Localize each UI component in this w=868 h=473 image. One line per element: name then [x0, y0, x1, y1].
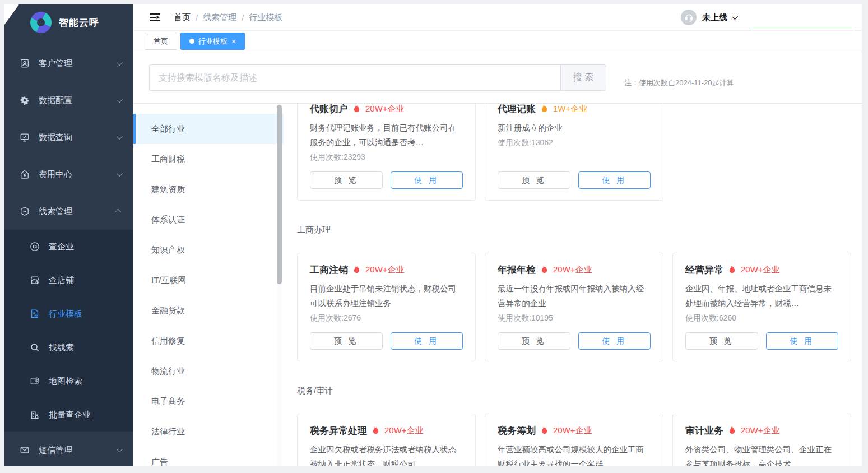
category-item[interactable]: 信用修复 — [133, 326, 284, 356]
category-item[interactable]: 体系认证 — [133, 205, 284, 235]
use-button[interactable]: 使 用 — [578, 332, 651, 350]
template-card: 代账切户 20W+企业 财务代理记账业务，目前已有代账公司在服务的企业，可以沟通… — [297, 104, 476, 201]
card-title: 代账切户 — [310, 104, 348, 115]
tab-home[interactable]: 首页 — [145, 33, 177, 50]
leads-submenu: 查企业 查店铺 行业模板 — [4, 230, 133, 432]
monitor-icon — [19, 132, 30, 143]
sidebar-item-label: 客户管理 — [39, 58, 72, 69]
template-card: 税务筹划 20W+企业 年营业额较高或公司规模较大的企业工商财税行业主要寻找的一… — [485, 414, 663, 466]
category-list: 全部行业 工商财税 建筑资质 体系认证 知识产权 IT/互联网 金融贷款 信用修… — [133, 104, 284, 466]
preview-button[interactable]: 预 览 — [685, 332, 758, 350]
at-circle-icon — [29, 241, 40, 252]
card-description: 企业因欠税或者税务违法或者纳税人状态被纳入非正常状态，财税公司 — [310, 442, 463, 466]
flame-icon — [352, 104, 361, 114]
sidebar-item-batch-company-search[interactable]: 批量查企业 — [4, 398, 133, 432]
category-item[interactable]: 建筑资质 — [133, 174, 284, 205]
card-usage-count: 使用次数:13062 — [498, 135, 651, 150]
chevron-down-icon — [117, 446, 123, 452]
card-description: 外资类公司、物业管理类公司、企业正在参与某项财务投标，高企技术 — [685, 442, 838, 466]
category-item[interactable]: IT/互联网 — [133, 265, 284, 295]
tab-industry-templates[interactable]: 行业模板 × — [180, 33, 245, 50]
storefront-icon — [29, 275, 40, 286]
tab-close-icon[interactable]: × — [231, 38, 236, 45]
category-item[interactable]: 知识产权 — [133, 235, 284, 265]
template-search-input[interactable] — [149, 64, 560, 91]
card-usage-count: 使用次数:6260 — [685, 310, 838, 325]
category-item[interactable]: 工商财税 — [133, 144, 284, 174]
chevron-down-icon — [117, 59, 123, 66]
template-card: 税务异常处理 20W+企业 企业因欠税或者税务违法或者纳税人状态被纳入非正常状态… — [297, 414, 476, 466]
card-title: 审计业务 — [685, 424, 723, 437]
sidebar-item-search-company[interactable]: 查企业 — [4, 230, 133, 263]
hot-count-badge: 20W+企业 — [553, 425, 592, 436]
hot-count-badge: 20W+企业 — [365, 265, 405, 275]
buildings-icon — [29, 409, 40, 420]
preview-button[interactable]: 预 览 — [498, 171, 570, 189]
active-tab-dot-icon — [189, 39, 194, 44]
breadcrumb-industry-templates: 行业模板 — [249, 12, 282, 23]
use-button[interactable]: 使 用 — [578, 171, 651, 189]
use-button[interactable]: 使 用 — [391, 332, 463, 350]
sidebar-menu: 客户管理 数据配置 数据查询 费用 — [4, 40, 133, 466]
sidebar-item-data-query[interactable]: 数据查询 — [4, 119, 133, 156]
hot-count-badge: 20W+企业 — [741, 265, 780, 275]
sidebar-item-label: 地图检索 — [49, 376, 82, 387]
envelope-icon — [19, 444, 30, 456]
sidebar-collapse-icon[interactable] — [149, 13, 160, 22]
gear-icon — [19, 95, 30, 106]
category-item[interactable]: 金融贷款 — [133, 295, 284, 326]
template-card: 工商注销 20W+企业 目前企业处于吊销未注销状态，财税公司可以联系办理注销业务… — [297, 253, 476, 361]
category-item[interactable]: 物流行业 — [133, 356, 284, 386]
template-card: 审计业务 20W+企业 外资类公司、物业管理类公司、企业正在参与某项财务投标，高… — [672, 414, 851, 466]
sidebar-item-leads-management[interactable]: 线索管理 — [4, 193, 133, 230]
template-card: 年报年检 20W+企业 最近一年没有年报或因年报纳入被纳入经营异常的企业 使用次… — [485, 253, 663, 361]
category-item[interactable]: 广告 — [133, 447, 284, 466]
sidebar-item-sms-management[interactable]: 短信管理 — [4, 432, 133, 466]
flame-icon — [540, 104, 549, 114]
card-description: 财务代理记账业务，目前已有代账公司在服务的企业，可以沟通是否考… — [310, 120, 463, 150]
use-button[interactable]: 使 用 — [391, 171, 463, 189]
sidebar-item-customer-management[interactable]: 客户管理 — [4, 45, 133, 82]
hot-count-badge: 1W+企业 — [553, 104, 587, 114]
breadcrumb-separator: / — [196, 13, 198, 22]
sidebar-item-label: 费用中心 — [39, 169, 72, 180]
templates-panel: 代账切户 20W+企业 财务代理记账业务，目前已有代账公司在服务的企业，可以沟通… — [284, 104, 862, 466]
scrollbar-thumb[interactable] — [277, 105, 282, 284]
card-usage-count: 使用次数:23293 — [310, 150, 463, 164]
template-section-row: 税务异常处理 20W+企业 企业因欠税或者税务违法或者纳税人状态被纳入非正常状态… — [297, 414, 851, 466]
template-card: 代理记账 1W+企业 新注册成立的企业 使用次数:13062 预 览 使 用 — [485, 104, 663, 201]
breadcrumb: 首页 / 线索管理 / 行业模板 — [174, 12, 282, 23]
agent-status-dropdown[interactable]: 未上线 — [702, 12, 736, 23]
section-label: 税务/审计 — [297, 385, 851, 396]
category-item-all[interactable]: 全部行业 — [133, 114, 284, 144]
quick-dial-input[interactable] — [751, 16, 853, 27]
sidebar-item-label: 数据配置 — [39, 95, 72, 106]
category-item[interactable]: 电子商务 — [133, 386, 284, 416]
card-title: 经营异常 — [685, 263, 723, 276]
sidebar-item-label: 行业模板 — [49, 309, 82, 319]
sidebar: 智能云呼 客户管理 数据配置 数据查询 — [4, 4, 133, 466]
magnifier-icon — [29, 342, 40, 353]
app-title: 智能云呼 — [59, 16, 99, 29]
sidebar-item-data-config[interactable]: 数据配置 — [4, 82, 133, 119]
sidebar-item-map-search[interactable]: 地图检索 — [4, 364, 133, 398]
agent-headset-avatar[interactable] — [681, 10, 697, 25]
search-button[interactable]: 搜 索 — [560, 64, 606, 91]
breadcrumb-leads[interactable]: 线索管理 — [203, 12, 236, 23]
breadcrumb-home[interactable]: 首页 — [174, 12, 191, 23]
tab-bar: 首页 行业模板 × — [133, 31, 862, 52]
sidebar-item-label: 线索管理 — [39, 206, 72, 217]
use-button[interactable]: 使 用 — [766, 332, 839, 350]
sidebar-item-search-shop[interactable]: 查店铺 — [4, 263, 133, 297]
preview-button[interactable]: 预 览 — [498, 332, 570, 350]
flame-icon — [372, 426, 380, 435]
sidebar-item-find-leads[interactable]: 找线索 — [4, 331, 133, 364]
template-card: 经营异常 20W+企业 企业因、年报、地址或者企业工商信息未处理而被纳入经营异常… — [672, 253, 851, 361]
sidebar-item-label: 数据查询 — [39, 132, 72, 143]
sidebar-item-industry-templates[interactable]: 行业模板 — [4, 297, 133, 331]
flame-icon — [352, 265, 361, 275]
sidebar-item-billing-center[interactable]: 费用中心 — [4, 156, 133, 193]
category-item[interactable]: 法律行业 — [133, 416, 284, 447]
preview-button[interactable]: 预 览 — [310, 332, 383, 350]
preview-button[interactable]: 预 览 — [310, 171, 383, 189]
